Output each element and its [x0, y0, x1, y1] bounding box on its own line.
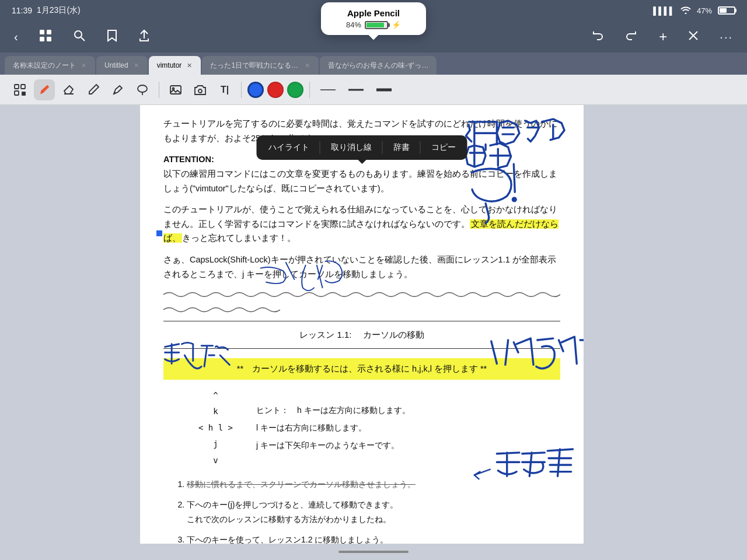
popup-sep-2: [382, 141, 383, 154]
svg-rect-3: [47, 37, 51, 41]
tab-close-excel[interactable]: ✕: [304, 62, 310, 69]
hint-j: j キーは下矢印キーのようなキーです。: [256, 439, 410, 453]
right-margin: [584, 105, 747, 544]
para3: さぁ、CapsLock(Shift-Lock)キーが押されていないことを確認した…: [163, 253, 560, 281]
svg-rect-9: [21, 85, 25, 89]
color-blue[interactable]: [247, 82, 264, 98]
svg-point-15: [138, 85, 147, 92]
eraser-tool[interactable]: [58, 79, 79, 100]
pencil-popup-battery: 84% ⚡: [333, 20, 414, 29]
exercise-list: 移動に慣れるまで、スクリーンでカーソル移動させましょう。 下へのキー(j)を押し…: [187, 477, 560, 544]
arrow-diagram: ^ k < h l > j v ヒント： h キーは左方向に移動します。 l キ…: [198, 389, 560, 468]
outer-content: ハイライト 取り消し線 辞書 コピー チュートリアルを完了するのに必要な時間は、…: [0, 105, 747, 544]
camera-tool[interactable]: [190, 79, 211, 100]
scanner-tool[interactable]: [9, 79, 30, 100]
svg-rect-12: [24, 92, 25, 93]
svg-rect-1: [47, 30, 51, 34]
svg-rect-2: [40, 37, 44, 41]
wavy-decoration: [163, 288, 560, 301]
color-green[interactable]: [287, 82, 303, 98]
bookmark-button[interactable]: [102, 27, 122, 47]
svg-rect-14: [24, 94, 25, 95]
battery-icon: [718, 6, 735, 15]
svg-rect-8: [15, 85, 19, 89]
back-button[interactable]: ‹: [9, 28, 23, 46]
tab-unnamed-note[interactable]: 名称未設定のノート ✕: [5, 56, 95, 75]
add-button[interactable]: +: [654, 26, 672, 47]
pencil-battery-bar: [365, 21, 388, 29]
text-selection-popup: ハイライト 取り消し線 辞書 コピー: [257, 135, 467, 160]
lesson-main: ** カーソルを移動するには、示される様に h,j,k,l を押します **: [163, 358, 560, 380]
wifi-icon: [680, 6, 691, 16]
time: 11:39: [12, 6, 32, 15]
redo-button[interactable]: [620, 27, 643, 47]
strikethrough-text: 移動に慣れるまで、スクリーンでカーソル移動させましょう。: [187, 480, 416, 489]
attention-body: 以下の練習用コマンドにはこの文章を変更するものもあります。練習を始める前にコピー…: [163, 169, 557, 193]
hints-text: ヒント： h キーは左方向に移動します。 l キーは右方向に移動します。 j キ…: [256, 404, 410, 452]
hint-l: l キーは右方向に移動します。: [256, 421, 410, 435]
tab-label: 昔ながらのお母さんの味-ずっと作りつづ…: [328, 61, 428, 71]
svg-point-18: [198, 89, 202, 93]
pencil-popup-title: Apple Pencil: [333, 8, 414, 18]
svg-line-5: [81, 37, 85, 41]
dictionary-btn[interactable]: 辞書: [388, 140, 416, 155]
para2: このチュートリアルが、使うことで覚えられる仕組みになっていることを、心しておかな…: [163, 202, 560, 246]
highlight-btn[interactable]: ハイライト: [263, 140, 315, 155]
pencil-battery-tip: [388, 23, 390, 27]
apple-pencil-popup: Apple Pencil 84% ⚡: [321, 2, 426, 35]
signal-icon: ▌▌▌▌: [653, 6, 675, 15]
battery-value: 84%: [346, 20, 361, 29]
svg-point-4: [75, 31, 82, 38]
svg-rect-13: [22, 94, 23, 95]
tab-label: 名称未設定のノート: [13, 61, 76, 71]
hint-h: ヒント： h キーは左方向に移動します。: [256, 404, 410, 418]
pen-tool[interactable]: [34, 79, 55, 100]
lasso-tool[interactable]: [132, 79, 153, 100]
popup-sep-1: [320, 141, 320, 154]
color-red[interactable]: [267, 82, 284, 98]
dash-medium[interactable]: [344, 83, 368, 96]
toolbar: T|: [0, 75, 747, 105]
home-bar: [338, 551, 409, 553]
tab-label: Untitled: [104, 61, 128, 69]
dash-thick[interactable]: [372, 83, 396, 96]
text-tool[interactable]: T|: [214, 79, 235, 100]
undo-button[interactable]: [587, 27, 609, 47]
tab-recipe[interactable]: 昔ながらのお母さんの味-ずっと作りつづ…: [320, 56, 437, 75]
dash-thin[interactable]: [316, 83, 340, 96]
pencil-tool[interactable]: [83, 79, 104, 100]
tab-close-vimtutor[interactable]: ✕: [186, 62, 193, 69]
tab-untitled[interactable]: Untitled ✕: [96, 56, 148, 75]
marker-tool[interactable]: [107, 79, 128, 100]
strikethrough-btn[interactable]: 取り消し線: [325, 140, 378, 155]
search-button[interactable]: [68, 27, 90, 47]
close-button[interactable]: [683, 28, 703, 46]
list-item-3: 下へのキーを使って、レッスン1.2 に移動しましょう。: [187, 533, 560, 544]
tab-vimtutor[interactable]: vimtutor ✕: [149, 56, 201, 75]
tabs-bar: 名称未設定のノート ✕ Untitled ✕ vimtutor ✕ たった1日で…: [0, 52, 747, 75]
more-button[interactable]: ···: [715, 28, 738, 46]
highlighted-text: 文章を読んだだけならば、: [163, 219, 558, 243]
tab-close-untitled[interactable]: ✕: [133, 62, 139, 69]
wavy-decoration-2: [163, 303, 560, 316]
selection-dot: [156, 230, 162, 236]
svg-rect-0: [40, 30, 44, 34]
list-item-1: 移動に慣れるまで、スクリーンでカーソル移動させましょう。: [187, 477, 560, 492]
grid-button[interactable]: [34, 27, 57, 47]
popup-triangle: [358, 160, 366, 164]
key-diagram: ^ k < h l > j v: [198, 389, 233, 468]
tab-excel[interactable]: たった1日で即戦力になるExcelの教科書… ✕: [202, 56, 319, 75]
tab-label: たった1日で即戦力になるExcelの教科書…: [210, 61, 299, 71]
copy-btn[interactable]: コピー: [425, 140, 462, 155]
popup-arrow: [369, 35, 378, 40]
toolbar-separator-2: [241, 82, 242, 98]
lesson-title: レッスン 1.1: カーソルの移動: [299, 330, 424, 340]
content-area[interactable]: ハイライト 取り消し線 辞書 コピー チュートリアルを完了するのに必要な時間は、…: [140, 105, 584, 544]
date: 1月23日(水): [37, 5, 81, 16]
popup-sep-3: [420, 141, 421, 154]
document-content: チュートリアルを完了するのに必要な時間は、覚えたコマンドを試すのにどれだけ時間を…: [140, 105, 584, 544]
tab-close-unnamed[interactable]: ✕: [81, 62, 87, 69]
battery-percentage: 47%: [697, 6, 712, 15]
share-button[interactable]: [134, 27, 155, 47]
image-tool[interactable]: [165, 79, 186, 100]
